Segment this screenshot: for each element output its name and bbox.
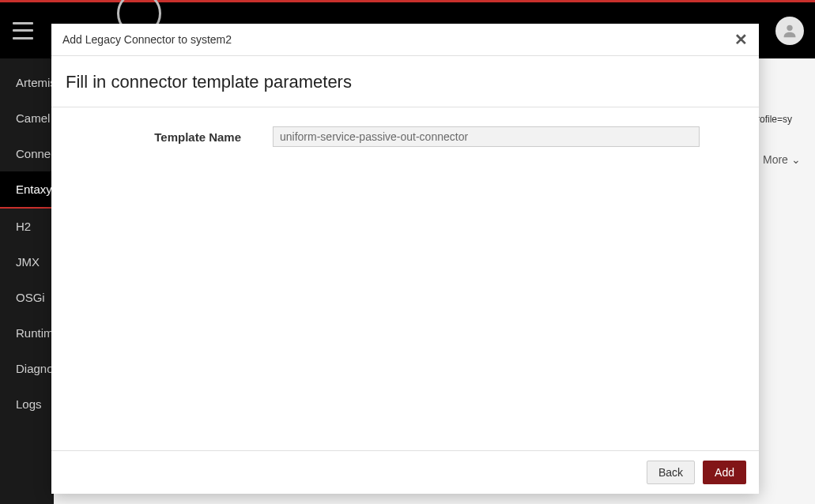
sidebar-item-label: Camel: [16, 111, 50, 125]
hamburger-icon[interactable]: [13, 22, 33, 39]
chevron-down-icon: ⌄: [791, 153, 801, 166]
sidebar-item-label: Entaxy: [16, 182, 52, 196]
sidebar-item-artemis[interactable]: Artemis: [0, 65, 54, 100]
more-label: More: [763, 153, 788, 166]
sidebar-item-label: Connect: [16, 147, 54, 160]
sidebar-item-label: Diagnostics: [16, 362, 54, 375]
modal-title: Add Legacy Connector to system2: [62, 33, 232, 46]
sidebar-item-diagnostics[interactable]: Diagnostics: [0, 351, 54, 386]
sidebar-item-label: Runtime: [16, 326, 54, 340]
modal-subtitle: Fill in connector template parameters: [66, 72, 745, 92]
svg-point-0: [787, 24, 792, 30]
template-name-label: Template Name: [83, 130, 241, 144]
sidebar-item-h2[interactable]: H2: [0, 209, 54, 244]
close-icon[interactable]: ✕: [734, 32, 748, 47]
sidebar-item-label: OSGi: [16, 291, 45, 304]
add-button[interactable]: Add: [703, 461, 746, 484]
sidebar-item-entaxy[interactable]: Entaxy: [0, 171, 54, 209]
sidebar-item-label: Artemis: [16, 76, 54, 89]
modal-body: Template Name: [51, 107, 759, 450]
modal-header: Add Legacy Connector to system2 ✕: [51, 24, 759, 56]
background-content: s,profile=sy More ⌄: [760, 58, 815, 177]
form-row-template-name: Template Name: [83, 126, 727, 147]
sidebar-item-label: JMX: [16, 255, 40, 269]
modal-footer: Back Add: [51, 450, 759, 494]
sidebar-item-camel[interactable]: Camel: [0, 100, 54, 136]
sidebar-item-connect[interactable]: Connect: [0, 136, 54, 171]
avatar[interactable]: [775, 17, 804, 45]
sidebar-item-label: Logs: [16, 397, 42, 411]
sidebar-item-jmx[interactable]: JMX: [0, 244, 54, 280]
sidebar-item-osgi[interactable]: OSGi: [0, 280, 54, 315]
sidebar-item-runtime[interactable]: Runtime: [0, 315, 54, 351]
modal-dialog: Add Legacy Connector to system2 ✕ Fill i…: [51, 24, 759, 494]
more-dropdown[interactable]: More ⌄: [763, 153, 801, 166]
sidebar: Artemis Camel Connect Entaxy H2 JMX OSGi…: [0, 58, 54, 504]
sidebar-item-label: H2: [16, 220, 31, 233]
user-icon: [781, 22, 798, 39]
modal-subheader: Fill in connector template parameters: [51, 56, 759, 107]
back-button[interactable]: Back: [647, 461, 695, 484]
template-name-input[interactable]: [273, 126, 700, 147]
sidebar-item-logs[interactable]: Logs: [0, 386, 54, 422]
